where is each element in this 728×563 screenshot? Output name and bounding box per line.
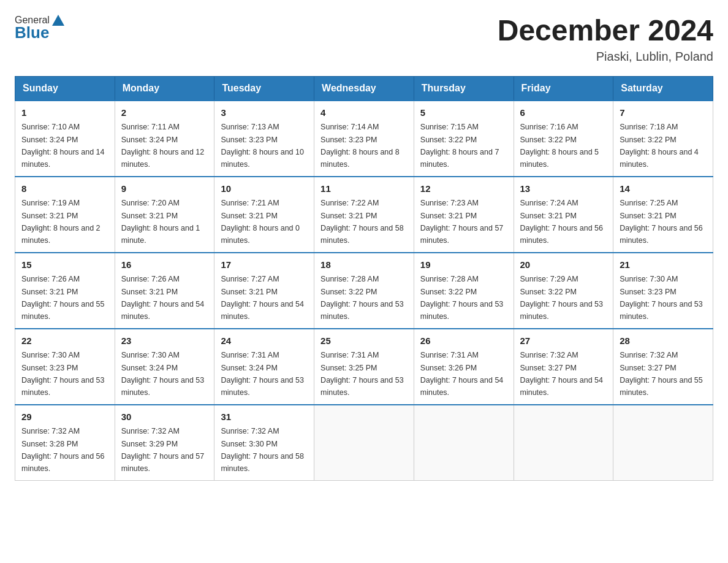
table-row: 12 Sunrise: 7:23 AMSunset: 3:21 PMDaylig… (414, 177, 514, 253)
table-row (514, 405, 613, 481)
table-row: 8 Sunrise: 7:19 AMSunset: 3:21 PMDayligh… (15, 177, 115, 253)
day-info: Sunrise: 7:27 AMSunset: 3:21 PMDaylight:… (221, 275, 304, 321)
table-row: 31 Sunrise: 7:32 AMSunset: 3:30 PMDaylig… (214, 405, 314, 481)
day-number: 29 (21, 410, 108, 424)
table-row: 11 Sunrise: 7:22 AMSunset: 3:21 PMDaylig… (314, 177, 414, 253)
day-number: 20 (520, 258, 607, 272)
day-number: 11 (320, 182, 408, 196)
table-row: 29 Sunrise: 7:32 AMSunset: 3:28 PMDaylig… (15, 405, 115, 481)
day-info: Sunrise: 7:22 AMSunset: 3:21 PMDaylight:… (320, 199, 404, 245)
table-row: 27 Sunrise: 7:32 AMSunset: 3:27 PMDaylig… (514, 329, 613, 405)
table-row: 18 Sunrise: 7:28 AMSunset: 3:22 PMDaylig… (314, 253, 414, 329)
calendar-header-row: Sunday Monday Tuesday Wednesday Thursday… (15, 76, 713, 101)
col-thursday: Thursday (414, 76, 514, 101)
day-info: Sunrise: 7:18 AMSunset: 3:22 PMDaylight:… (620, 123, 699, 169)
day-info: Sunrise: 7:10 AMSunset: 3:24 PMDaylight:… (21, 123, 105, 169)
table-row: 2 Sunrise: 7:11 AMSunset: 3:24 PMDayligh… (115, 101, 214, 177)
day-info: Sunrise: 7:16 AMSunset: 3:22 PMDaylight:… (520, 123, 599, 169)
day-info: Sunrise: 7:28 AMSunset: 3:22 PMDaylight:… (320, 275, 404, 321)
day-info: Sunrise: 7:14 AMSunset: 3:23 PMDaylight:… (320, 123, 400, 169)
table-row: 30 Sunrise: 7:32 AMSunset: 3:29 PMDaylig… (115, 405, 214, 481)
day-number: 2 (121, 106, 208, 120)
day-number: 15 (21, 258, 108, 272)
calendar-table: Sunday Monday Tuesday Wednesday Thursday… (15, 76, 713, 481)
day-number: 6 (520, 106, 607, 120)
day-info: Sunrise: 7:32 AMSunset: 3:30 PMDaylight:… (221, 427, 304, 473)
table-row: 28 Sunrise: 7:32 AMSunset: 3:27 PMDaylig… (613, 329, 713, 405)
day-number: 8 (21, 182, 108, 196)
day-info: Sunrise: 7:28 AMSunset: 3:22 PMDaylight:… (420, 275, 504, 321)
day-number: 16 (121, 258, 208, 272)
table-row: 5 Sunrise: 7:15 AMSunset: 3:22 PMDayligh… (414, 101, 514, 177)
day-info: Sunrise: 7:11 AMSunset: 3:24 PMDaylight:… (121, 123, 205, 169)
day-number: 25 (320, 334, 408, 348)
table-row: 23 Sunrise: 7:30 AMSunset: 3:24 PMDaylig… (115, 329, 214, 405)
col-wednesday: Wednesday (314, 76, 414, 101)
col-sunday: Sunday (15, 76, 115, 101)
day-info: Sunrise: 7:32 AMSunset: 3:27 PMDaylight:… (520, 351, 604, 397)
table-row (613, 405, 713, 481)
table-row: 19 Sunrise: 7:28 AMSunset: 3:22 PMDaylig… (414, 253, 514, 329)
day-info: Sunrise: 7:31 AMSunset: 3:26 PMDaylight:… (420, 351, 504, 397)
calendar-week-row: 1 Sunrise: 7:10 AMSunset: 3:24 PMDayligh… (15, 101, 713, 177)
table-row: 14 Sunrise: 7:25 AMSunset: 3:21 PMDaylig… (613, 177, 713, 253)
calendar-week-row: 22 Sunrise: 7:30 AMSunset: 3:23 PMDaylig… (15, 329, 713, 405)
day-info: Sunrise: 7:32 AMSunset: 3:29 PMDaylight:… (121, 427, 205, 473)
month-title: December 2024 (498, 15, 713, 47)
day-number: 19 (420, 258, 507, 272)
day-number: 18 (320, 258, 408, 272)
day-number: 26 (420, 334, 507, 348)
day-number: 22 (21, 334, 108, 348)
table-row: 22 Sunrise: 7:30 AMSunset: 3:23 PMDaylig… (15, 329, 115, 405)
table-row: 25 Sunrise: 7:31 AMSunset: 3:25 PMDaylig… (314, 329, 414, 405)
logo: General Blue (15, 15, 64, 42)
day-number: 3 (221, 106, 308, 120)
day-info: Sunrise: 7:30 AMSunset: 3:24 PMDaylight:… (121, 351, 205, 397)
table-row (414, 405, 514, 481)
day-info: Sunrise: 7:25 AMSunset: 3:21 PMDaylight:… (620, 199, 703, 245)
day-number: 17 (221, 258, 308, 272)
page-header: General Blue December 2024 Piaski, Lubli… (15, 15, 713, 64)
day-info: Sunrise: 7:26 AMSunset: 3:21 PMDaylight:… (21, 275, 105, 321)
day-number: 31 (221, 410, 308, 424)
day-info: Sunrise: 7:30 AMSunset: 3:23 PMDaylight:… (620, 275, 703, 321)
table-row: 15 Sunrise: 7:26 AMSunset: 3:21 PMDaylig… (15, 253, 115, 329)
col-friday: Friday (514, 76, 613, 101)
day-info: Sunrise: 7:24 AMSunset: 3:21 PMDaylight:… (520, 199, 604, 245)
day-info: Sunrise: 7:32 AMSunset: 3:28 PMDaylight:… (21, 427, 105, 473)
day-info: Sunrise: 7:23 AMSunset: 3:21 PMDaylight:… (420, 199, 504, 245)
day-number: 27 (520, 334, 607, 348)
calendar-week-row: 15 Sunrise: 7:26 AMSunset: 3:21 PMDaylig… (15, 253, 713, 329)
table-row: 17 Sunrise: 7:27 AMSunset: 3:21 PMDaylig… (214, 253, 314, 329)
table-row: 6 Sunrise: 7:16 AMSunset: 3:22 PMDayligh… (514, 101, 613, 177)
day-info: Sunrise: 7:13 AMSunset: 3:23 PMDaylight:… (221, 123, 304, 169)
location: Piaski, Lublin, Poland (498, 50, 713, 64)
calendar-week-row: 29 Sunrise: 7:32 AMSunset: 3:28 PMDaylig… (15, 405, 713, 481)
table-row: 20 Sunrise: 7:29 AMSunset: 3:22 PMDaylig… (514, 253, 613, 329)
day-number: 24 (221, 334, 308, 348)
day-number: 13 (520, 182, 607, 196)
day-number: 1 (21, 106, 108, 120)
title-block: December 2024 Piaski, Lublin, Poland (498, 15, 713, 64)
day-number: 30 (121, 410, 208, 424)
calendar-week-row: 8 Sunrise: 7:19 AMSunset: 3:21 PMDayligh… (15, 177, 713, 253)
table-row: 26 Sunrise: 7:31 AMSunset: 3:26 PMDaylig… (414, 329, 514, 405)
table-row (314, 405, 414, 481)
day-number: 12 (420, 182, 507, 196)
day-info: Sunrise: 7:31 AMSunset: 3:25 PMDaylight:… (320, 351, 404, 397)
day-info: Sunrise: 7:26 AMSunset: 3:21 PMDaylight:… (121, 275, 205, 321)
day-number: 5 (420, 106, 507, 120)
day-info: Sunrise: 7:31 AMSunset: 3:24 PMDaylight:… (221, 351, 304, 397)
table-row: 9 Sunrise: 7:20 AMSunset: 3:21 PMDayligh… (115, 177, 214, 253)
day-number: 28 (620, 334, 707, 348)
logo-blue-text: Blue (15, 23, 49, 42)
day-info: Sunrise: 7:29 AMSunset: 3:22 PMDaylight:… (520, 275, 604, 321)
day-info: Sunrise: 7:19 AMSunset: 3:21 PMDaylight:… (21, 199, 100, 245)
day-number: 10 (221, 182, 308, 196)
col-monday: Monday (115, 76, 214, 101)
day-number: 9 (121, 182, 208, 196)
day-info: Sunrise: 7:21 AMSunset: 3:21 PMDaylight:… (221, 199, 300, 245)
day-number: 23 (121, 334, 208, 348)
day-info: Sunrise: 7:20 AMSunset: 3:21 PMDaylight:… (121, 199, 200, 245)
day-number: 7 (620, 106, 707, 120)
